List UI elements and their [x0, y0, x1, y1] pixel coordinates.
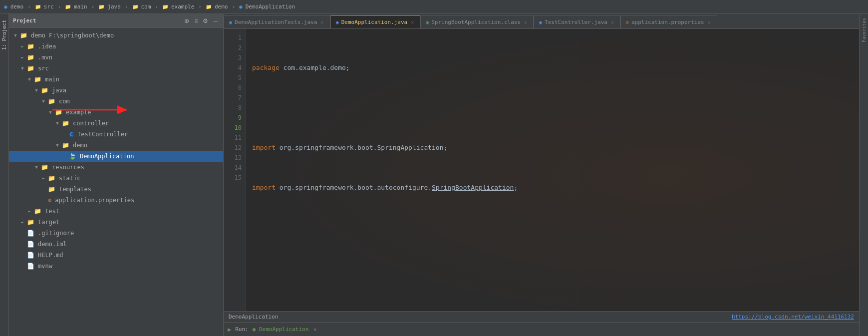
favorites-label[interactable]: Favorites [862, 18, 867, 42]
breadcrumb-com[interactable]: com [141, 3, 151, 10]
breadcrumb-demoapplication[interactable]: DemoApplication [246, 3, 295, 10]
favorites-strip: Favorites [859, 14, 868, 336]
tab-label-1: DemoApplicationTests.java [235, 19, 317, 25]
run-close-icon[interactable]: ✕ [313, 327, 316, 332]
breadcrumb-sep3: › [91, 3, 95, 10]
tab-close-2[interactable]: ✕ [410, 19, 415, 25]
breadcrumb-demo2[interactable]: demo [215, 3, 228, 10]
folder-icon-example: 📁 [162, 4, 168, 9]
tree-item-n18[interactable]: ►📁target [9, 217, 223, 228]
tree-icon-n22: 📄 [27, 263, 34, 270]
tree-item-n16[interactable]: ⚙application.properties [9, 195, 223, 206]
tree-icon-n20: 📄 [27, 241, 34, 248]
run-panel: ▶ Run: ◉ DemoApplication ✕ [224, 322, 859, 336]
tree-arrow-n3: ► [19, 55, 25, 60]
settings-button[interactable]: ⚙ [201, 17, 210, 25]
tree-arrow-n18: ► [19, 220, 25, 225]
tree-label-n18: target [38, 219, 59, 226]
run-app-name: DemoApplication [259, 326, 308, 333]
tab-icon-5: ⚙ [626, 19, 629, 25]
breadcrumb-example[interactable]: example [171, 3, 194, 10]
ln-14: 14 [226, 163, 242, 173]
code-content[interactable]: package com.example.demo; import org.spr… [246, 29, 859, 311]
tree-arrow-n11: ▼ [54, 143, 60, 148]
tree-item-n2[interactable]: ►📁.idea [9, 41, 223, 52]
tab-demoapplicationtests[interactable]: ◉ DemoApplicationTests.java ✕ [224, 15, 330, 28]
tree-icon-n5: 📁 [34, 76, 41, 83]
tree-icon-n7: 📁 [48, 98, 55, 105]
file-tree: ▼📁demo F:\springboot\demo►📁.idea►📁.mvn▼📁… [9, 28, 223, 336]
breadcrumb-src[interactable]: src [44, 3, 54, 10]
status-bar: DemoApplication https://blog.csdn.net/we… [224, 311, 859, 322]
tree-item-n21[interactable]: 📄HELP.md [9, 250, 223, 261]
tab-close-3[interactable]: ✕ [523, 19, 528, 25]
file-icon-demoapplication: ◉ [239, 3, 243, 10]
tree-item-n9[interactable]: ▼📁controller [9, 118, 223, 129]
tab-springbootapplication[interactable]: ◉ SpringBootApplication.class ✕ [420, 15, 534, 28]
breadcrumb-java[interactable]: java [107, 3, 121, 10]
tree-label-n6: java [52, 87, 66, 94]
tab-label-2: DemoApplication.java [341, 19, 407, 25]
tree-item-n7[interactable]: ▼📁com [9, 96, 223, 107]
code-line-5 [252, 223, 859, 233]
statusbar-file: DemoApplication [229, 314, 278, 320]
tree-label-n2: .idea [38, 43, 56, 50]
import-semi-2: ; [514, 183, 518, 193]
project-icon: ◉ [4, 3, 7, 10]
code-line-1: package com.example.demo; [252, 63, 859, 73]
tab-icon-4: ◉ [539, 19, 542, 25]
tab-label-3: SpringBootApplication.class [431, 19, 521, 25]
tree-item-n22[interactable]: 📄mvnw [9, 261, 223, 272]
tree-label-n14: static [59, 175, 80, 182]
tree-item-n8[interactable]: ▼📁example [9, 107, 223, 118]
tree-icon-n10: C [69, 132, 74, 137]
ln-3: 3 [226, 53, 242, 63]
tree-item-n4[interactable]: ▼📁src [9, 63, 223, 74]
hide-panel-button[interactable]: ─ [212, 17, 219, 25]
tree-label-n21: HELP.md [38, 252, 63, 259]
tree-item-n13[interactable]: ▼📁resources [9, 162, 223, 173]
breadcrumb-demo[interactable]: demo [10, 3, 24, 10]
locate-file-button[interactable]: ⊕ [183, 17, 191, 25]
tree-arrow-n6: ▼ [33, 88, 39, 93]
tree-arrow-n1: ▼ [12, 33, 18, 38]
tree-item-n20[interactable]: 📄demo.iml [9, 239, 223, 250]
tab-close-1[interactable]: ✕ [320, 19, 325, 25]
tree-label-n8: example [66, 109, 91, 116]
tab-demoapplication[interactable]: ◉ DemoApplication.java ✕ [330, 15, 421, 28]
breadcrumb-sep4: › [125, 3, 128, 10]
breadcrumb-main[interactable]: main [74, 3, 87, 10]
tree-item-n14[interactable]: ►📁static [9, 173, 223, 184]
ln-7: 7 [226, 93, 242, 103]
tab-close-5[interactable]: ✕ [707, 19, 712, 25]
tree-label-n4: src [38, 65, 49, 72]
tab-applicationproperties[interactable]: ⚙ application.properties ✕ [620, 15, 717, 28]
tree-label-n22: mvnw [38, 263, 52, 270]
tab-close-4[interactable]: ✕ [610, 19, 615, 25]
collapse-all-button[interactable]: ≡ [193, 17, 199, 25]
tree-icon-n13: 📁 [41, 164, 48, 171]
statusbar-url[interactable]: https://blog.csdn.net/weixin_44116132 [732, 314, 854, 320]
tree-item-n19[interactable]: 📄.gitignore [9, 228, 223, 239]
run-app[interactable]: ◉ DemoApplication [253, 326, 309, 333]
tree-item-n6[interactable]: ▼📁java [9, 85, 223, 96]
ln-15: 15 [226, 173, 242, 183]
tree-item-n11[interactable]: ▼📁demo [9, 140, 223, 151]
tree-icon-n8: 📁 [55, 109, 62, 116]
code-editor[interactable]: 1 2 3 4 5 6 7 8 9 10 11 12 13 14 15 pack… [224, 29, 859, 311]
code-line-7 [252, 283, 859, 293]
run-label: Run: [235, 326, 249, 333]
tree-item-n1[interactable]: ▼📁demo F:\springboot\demo [9, 30, 223, 41]
tree-item-n10[interactable]: CTestController [9, 129, 223, 140]
tab-testcontroller[interactable]: ◉ TestController.java ✕ [534, 15, 620, 28]
tree-item-n15[interactable]: 📁templates [9, 184, 223, 195]
panel-header: Project ⊕ ≡ ⚙ ─ [9, 14, 223, 28]
tree-item-n17[interactable]: ►📁test [9, 206, 223, 217]
tree-item-n12[interactable]: 🍃DemoApplication [9, 151, 223, 162]
statusbar-right: https://blog.csdn.net/weixin_44116132 [732, 314, 854, 320]
tab-label-4: TestController.java [545, 19, 607, 25]
tree-item-n5[interactable]: ▼📁main [9, 74, 223, 85]
ln-8: 8 [226, 103, 242, 113]
project-strip-label[interactable]: 1: Project [1, 20, 7, 50]
tree-item-n3[interactable]: ►📁.mvn [9, 52, 223, 63]
